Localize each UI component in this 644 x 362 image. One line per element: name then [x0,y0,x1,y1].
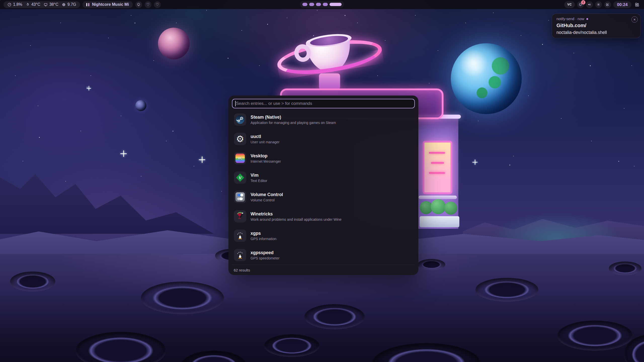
steam-app-icon [234,113,246,126]
launcher-entry[interactable]: Winetricks Work around problems and inst… [232,207,415,226]
entry-title: Steam (Native) [251,115,336,120]
launcher-entry[interactable]: xgps GPS information [232,226,415,245]
monitor-icon [44,3,48,7]
media-player-pill[interactable]: Nightcore Music Mix 20... [83,1,133,8]
launcher-entry[interactable]: xgpsspeed GPS speedometer [232,245,415,265]
notification-meta: notify-send · now [556,17,636,21]
notification-title: GitHub.com/ [556,23,636,28]
dashboard-button[interactable] [634,1,640,8]
shop-ledge [419,196,457,199]
crater [475,278,538,302]
cpu-temp: 43°C [25,2,40,7]
workspace-dot-3[interactable] [316,3,321,6]
tux-app-icon [234,249,246,261]
text-caret [235,101,236,106]
entry-title: Vesktop [251,153,281,159]
bar-right-section: VC 2 00:24 [564,1,640,8]
star-glint [87,86,91,90]
cpu-usage-value: 1.8% [13,2,22,7]
entry-description: Volume Control [251,198,283,202]
sun-icon [596,3,600,7]
entry-description: GPS information [251,237,276,241]
notification-source: notify-send · now [556,17,584,21]
speaker-icon [587,3,591,7]
entry-title: Volume Control [251,192,283,197]
top-bar: 1.8% 43°C 38°C 9.7G Nightcore Music Mix … [0,0,644,9]
crater [609,261,641,275]
unread-dot [586,18,588,20]
results-footer: 62 results [232,265,415,275]
entry-title: xgpsspeed [251,250,279,255]
entry-description: Text Editor [251,179,267,183]
app-launcher-panel: Steam (Native) Application for managing … [228,96,418,275]
crater [264,334,319,357]
workspace-dot-2[interactable] [309,3,314,6]
clock[interactable]: 00:24 [613,1,631,8]
entry-title: uuctl [251,134,279,139]
planter-box [420,216,459,227]
pause-icon [86,3,89,6]
launcher-entry[interactable]: ⚙ uuctl User unit manager [232,129,415,149]
crater [557,321,633,351]
heart-button-1[interactable]: ♡ [145,1,151,8]
volume-app-icon [234,191,246,203]
night-mode-button[interactable] [604,1,611,8]
notification-card[interactable]: notify-send · now ✕ GitHub.com/ noctalia… [552,14,641,38]
launcher-entry[interactable]: Volume Control Volume Control [232,187,415,207]
entry-description: Internet Messenger [251,159,281,163]
workspace-dot-4[interactable] [323,3,328,6]
vesktop-tray-icon: VC [567,3,572,6]
crater [304,304,365,329]
clock-value: 00:24 [617,2,628,7]
shop-window [423,141,452,194]
pink-planet [158,28,190,59]
notification-close-button[interactable]: ✕ [631,16,638,23]
heart-icon: ♡ [155,2,159,7]
entry-description: Work around problems and install applica… [251,217,342,221]
search-box [232,99,415,108]
gpu-temp-value: 38°C [49,2,58,7]
launcher-entry[interactable]: VC Vesktop Internet Messenger [232,149,415,168]
brightness-button[interactable] [595,1,602,8]
notifications-button[interactable]: 2 [577,1,584,8]
grid-plus-icon [635,2,639,7]
cpu-temp-value: 43°C [31,2,40,7]
heart-button-2[interactable]: ♡ [154,1,161,8]
star-glint [199,156,205,163]
entry-description: GPS speedometer [251,256,279,260]
workspace-dot-5[interactable] [330,3,342,6]
small-moon [135,100,146,111]
sign-pedestal [319,73,340,89]
crater [141,282,224,314]
earth-planet [451,43,522,114]
skull-button[interactable] [135,1,142,8]
vim-app-icon: V [234,171,246,184]
system-stats-pill[interactable]: 1.8% 43°C 38°C 9.7G [4,1,80,8]
entry-title: xgps [251,231,276,236]
workspace-dot-1[interactable] [302,3,307,6]
vesktop-tray-item[interactable]: VC [564,1,575,8]
workspace-indicator[interactable] [300,1,344,8]
results-count: 62 results [234,268,250,272]
plant [431,199,446,214]
entry-title: Vim [251,173,267,178]
results-list: Steam (Native) Application for managing … [232,110,415,265]
crater [418,259,445,270]
notification-count-badge: 2 [581,0,585,5]
close-icon: ✕ [633,18,636,21]
entry-description: User unit manager [251,140,279,144]
bar-left-section: 1.8% 43°C 38°C 9.7G Nightcore Music Mix … [4,1,161,8]
launcher-entry[interactable]: Steam (Native) Application for managing … [232,110,415,129]
launcher-entry[interactable]: V Vim Text Editor [232,168,415,187]
plant [444,202,457,215]
memory-chip-icon [62,3,66,7]
skull-icon [137,3,141,7]
flame-icon [25,3,30,7]
entry-title: Winetricks [251,211,342,217]
search-input[interactable] [232,99,415,108]
volume-button[interactable] [586,1,593,8]
media-title: Nightcore Music Mix 20... [92,2,129,7]
crater [10,272,55,292]
gear-app-icon: ⚙ [234,133,246,145]
tux-app-icon [234,230,246,242]
